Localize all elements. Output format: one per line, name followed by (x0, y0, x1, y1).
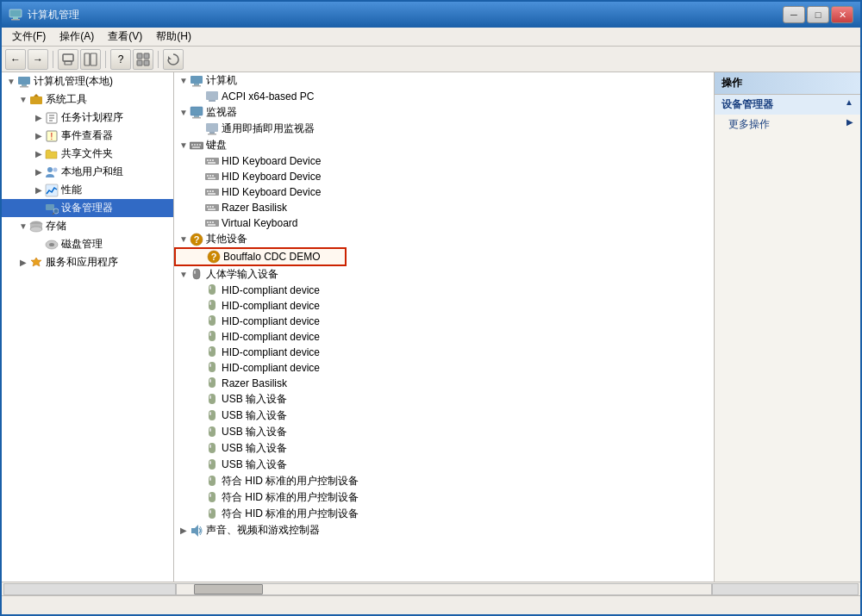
device-item-hid-comp-6[interactable]: HID-compliant device (174, 360, 714, 376)
device-item-hid-kb-2[interactable]: HID Keyboard Device (174, 169, 714, 184)
refresh-button[interactable] (163, 49, 184, 70)
svg-rect-53 (209, 159, 211, 161)
device-item-hid-comp-4[interactable]: HID-compliant device (174, 329, 714, 345)
icon-usb-3 (205, 426, 219, 439)
ops-header: 操作 (715, 72, 860, 95)
help-button[interactable]: ? (110, 49, 131, 70)
device-item-acpi[interactable]: ACPI x64-based PC (174, 89, 714, 104)
sidebar-item-storage[interactable]: ▼ 存储 (2, 217, 173, 235)
device-item-hid-std-3[interactable]: 符合 HID 标准的用户控制设备 (174, 506, 714, 522)
svg-rect-50 (192, 146, 200, 148)
device-item-computer[interactable]: ▼ 计算机 (174, 72, 714, 89)
expand-usb-1 (193, 394, 205, 406)
icon-bouffalo: ? (207, 250, 221, 264)
h-scrollbar[interactable] (176, 583, 712, 595)
svg-rect-26 (46, 204, 54, 210)
icon-devmgr (45, 202, 59, 215)
device-item-virtual-kb[interactable]: Virtual Keyboard (174, 215, 714, 231)
device-item-hid-std-1[interactable]: 符合 HID 标准的用户控制设备 (174, 473, 714, 489)
device-item-hid-std-2[interactable]: 符合 HID 标准的用户控制设备 (174, 489, 714, 506)
sidebar-root-label: 计算机管理(本地) (34, 74, 113, 89)
back-button[interactable]: ← (5, 49, 26, 70)
device-item-hid-cat[interactable]: ▼ 人体学输入设备 (174, 266, 714, 283)
sidebar-item-system-tools[interactable]: ▼ 系统工具 (2, 90, 173, 109)
sidebar-item-services[interactable]: ▶ 服务和应用程序 (2, 253, 173, 271)
device-item-hid-comp-3[interactable]: HID-compliant device (174, 314, 714, 329)
menu-action[interactable]: 操作(A) (53, 28, 101, 46)
device-item-usb-3[interactable]: USB 输入设备 (174, 424, 714, 440)
sidebar-item-root[interactable]: ▼ 计算机管理(本地) (2, 72, 173, 90)
device-label-acpi: ACPI x64-based PC (222, 90, 314, 103)
icon-hid-std-3 (205, 507, 219, 521)
device-item-monitor-cat[interactable]: ▼ 监视器 (174, 104, 714, 121)
forward-button[interactable]: → (28, 49, 48, 70)
icon-users (45, 165, 59, 179)
device-item-razer-kb[interactable]: Razer Basilisk (174, 200, 714, 215)
device-item-usb-5[interactable]: USB 输入设备 (174, 457, 714, 473)
icon-share (45, 147, 59, 161)
expand-users: ▶ (33, 166, 45, 178)
ops-panel: 操作 设备管理器 ▲ 更多操作 ▶ (714, 72, 860, 582)
device-item-usb-4[interactable]: USB 输入设备 (174, 440, 714, 457)
expand-services: ▶ (17, 257, 29, 269)
close-button[interactable]: ✕ (831, 6, 853, 23)
svg-rect-58 (209, 175, 211, 177)
sidebar-item-event-viewer[interactable]: ▶ ! 事件查看器 (2, 127, 173, 145)
expand-hid-comp-3 (193, 315, 205, 327)
label-services: 服务和应用程序 (46, 255, 118, 270)
expand-perf: ▶ (33, 184, 45, 196)
menu-file[interactable]: 文件(F) (5, 28, 53, 46)
device-item-keyboard-cat[interactable]: ▼ 键盘 (174, 137, 714, 153)
ops-more-label: 更多操作 (728, 118, 770, 130)
svg-rect-70 (208, 208, 216, 210)
sidebar-item-performance[interactable]: ▶ 性能 (2, 181, 173, 199)
menu-help[interactable]: 帮助(H) (149, 28, 198, 46)
show-hide-button[interactable] (80, 49, 101, 70)
label-system-tools: 系统工具 (46, 92, 87, 107)
svg-rect-42 (206, 123, 218, 132)
svg-rect-2 (11, 19, 20, 21)
device-item-hid-comp-1[interactable]: HID-compliant device (174, 283, 714, 298)
expand-razer-hid (193, 377, 205, 389)
ops-section-device-manager[interactable]: 设备管理器 ▲ (715, 95, 860, 115)
icon-perf (45, 184, 59, 197)
device-item-hid-comp-2[interactable]: HID-compliant device (174, 298, 714, 314)
icon-hid-std-2 (205, 491, 219, 505)
ops-item-more-actions[interactable]: 更多操作 ▶ (715, 115, 860, 134)
expand-hid-comp-1 (193, 284, 205, 296)
device-item-hid-kb-1[interactable]: HID Keyboard Device (174, 153, 714, 169)
view-button[interactable] (133, 49, 153, 70)
expand-bouffalo (195, 251, 207, 263)
maximize-button[interactable]: □ (807, 6, 829, 23)
svg-rect-63 (209, 190, 211, 192)
device-item-usb-2[interactable]: USB 输入设备 (174, 408, 714, 424)
device-item-usb-1[interactable]: USB 输入设备 (174, 391, 714, 408)
device-item-audio-cat[interactable]: ▶ 声音、视频和游戏控制器 (174, 522, 714, 538)
minimize-button[interactable]: ─ (783, 6, 805, 23)
svg-rect-86 (209, 315, 216, 326)
sidebar-item-device-manager[interactable]: 设备管理器 (2, 199, 173, 217)
sidebar-item-shared-folders[interactable]: ▶ 共享文件夹 (2, 145, 173, 163)
up-button[interactable] (58, 49, 78, 70)
svg-rect-8 (144, 53, 149, 59)
device-item-hid-kb-3[interactable]: HID Keyboard Device (174, 184, 714, 200)
h-scrollbar-thumb[interactable] (194, 584, 263, 594)
menu-view[interactable]: 查看(V) (101, 28, 149, 46)
svg-rect-74 (212, 221, 214, 223)
sidebar-item-disk[interactable]: 磁盘管理 (2, 235, 173, 253)
expand-hid-std-2 (193, 492, 205, 504)
sidebar-item-users-groups[interactable]: ▶ 本地用户和组 (2, 163, 173, 181)
svg-rect-62 (207, 190, 209, 192)
device-item-other-cat[interactable]: ▼ ? 其他设备 (174, 231, 714, 247)
svg-marker-16 (34, 94, 39, 96)
device-item-bouffalo[interactable]: ? Bouffalo CDC DEMO (174, 247, 347, 266)
sidebar-item-task-scheduler[interactable]: ▶ 任务计划程序 (2, 109, 173, 127)
title-bar: 计算机管理 ─ □ ✕ (2, 2, 860, 28)
svg-rect-52 (207, 159, 209, 161)
svg-rect-38 (209, 100, 216, 102)
device-item-razer-hid[interactable]: Razer Basilisk (174, 376, 714, 391)
device-item-hid-comp-5[interactable]: HID-compliant device (174, 345, 714, 360)
icon-event: ! (45, 129, 59, 143)
device-item-generic-monitor[interactable]: 通用即插即用监视器 (174, 121, 714, 137)
icon-hid-std-1 (205, 475, 219, 488)
